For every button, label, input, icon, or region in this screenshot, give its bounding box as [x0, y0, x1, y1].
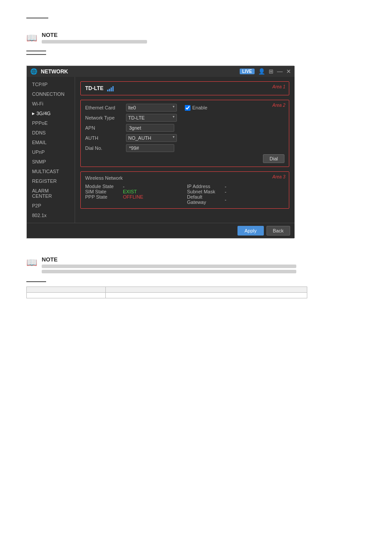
sidebar-item-snmp[interactable]: SNMP — [27, 157, 75, 167]
dial-button[interactable]: Dial — [263, 154, 284, 163]
apply-button[interactable]: Apply — [237, 226, 264, 236]
network-type-row: Network Type TD-LTE — [85, 114, 284, 122]
wireless-left: Module State - SIM State EXIST PPP State… — [85, 184, 183, 205]
rule-1 — [26, 51, 46, 51]
note-block-1: 📖 NOTE — [26, 32, 366, 45]
area1-content: TD-LTE — [85, 85, 284, 91]
sidebar-item-upnp[interactable]: UPnP — [27, 147, 75, 157]
ethernet-card-select-wrap[interactable]: lte0 — [126, 104, 177, 112]
sidebar-item-ddns[interactable]: DDNS — [27, 128, 75, 138]
back-button[interactable]: Back — [266, 226, 290, 236]
network-type-select[interactable]: TD-LTE — [126, 114, 177, 122]
bottom-table — [26, 287, 307, 298]
network-type-select-wrap[interactable]: TD-LTE — [126, 114, 177, 122]
topbar-close-icon[interactable]: ✕ — [286, 68, 291, 75]
dial-button-row: Dial — [85, 154, 284, 163]
network-globe-icon: 🌐 — [30, 68, 37, 75]
dial-no-row: Dial No. — [85, 144, 284, 152]
note-block-2: 📖 NOTE — [26, 256, 366, 275]
default-gateway-value: - — [225, 197, 227, 202]
table-header-2 — [106, 287, 307, 293]
wireless-grid: Module State - SIM State EXIST PPP State… — [85, 184, 284, 205]
area-3-label: Area 3 — [273, 174, 285, 179]
default-gateway-label: Default Gateway — [187, 194, 222, 205]
note-label-2: NOTE — [42, 256, 366, 263]
subnet-mask-row: Subnet Mask - — [187, 189, 284, 194]
subnet-mask-value: - — [225, 189, 227, 194]
bar-2 — [109, 89, 110, 91]
table-cell-1-2 — [106, 293, 307, 298]
default-gateway-row: Default Gateway - — [187, 194, 284, 205]
sim-state-value: EXIST — [123, 189, 137, 194]
topbar-grid-icon[interactable]: ⊞ — [269, 68, 273, 75]
note-line-2a — [42, 265, 296, 268]
signal-bars — [107, 85, 114, 91]
note-content-1: NOTE — [42, 32, 366, 45]
note-icon-1: 📖 — [26, 33, 37, 43]
topbar-minus-icon[interactable]: — — [277, 68, 283, 75]
enable-checkbox[interactable] — [185, 105, 191, 111]
td-lte-title: TD-LTE — [85, 85, 104, 91]
area-1-label: Area 1 — [273, 84, 285, 89]
network-body: TCP/IP CONNECTION Wi-Fi 3G/4G PPPoE DDNS… — [27, 77, 295, 223]
ethernet-card-select[interactable]: lte0 — [126, 104, 177, 112]
note-label-1: NOTE — [42, 32, 366, 38]
network-type-label: Network Type — [85, 115, 122, 120]
area-2: Area 2 Ethernet Card lte0 Enable — [80, 100, 289, 167]
apn-label: APN — [85, 125, 122, 131]
ip-address-label: IP Address — [187, 184, 222, 189]
sidebar-item-email[interactable]: EMAIL — [27, 138, 75, 147]
module-state-label: Module State — [85, 184, 120, 189]
sidebar-item-p2p[interactable]: P2P — [27, 201, 75, 210]
bar-3 — [111, 87, 112, 91]
bar-1 — [107, 90, 108, 91]
rule-2 — [26, 54, 46, 55]
network-topbar: 🌐 NETWORK LIVE 👤 ⊞ — ✕ — [27, 66, 295, 77]
auth-select-wrap[interactable]: NO_AUTH — [126, 134, 177, 142]
ethernet-card-label: Ethernet Card — [85, 105, 122, 110]
sidebar-item-wifi[interactable]: Wi-Fi — [27, 99, 75, 109]
area-3: Area 3 Wireless Network Module State - S… — [80, 171, 289, 209]
module-state-value: - — [123, 184, 125, 189]
sidebar-item-alarmcenter[interactable]: ALARM CENTER — [27, 186, 75, 201]
network-ui: 🌐 NETWORK LIVE 👤 ⊞ — ✕ TCP/IP CONNECTION… — [27, 66, 295, 238]
sidebar-item-connection[interactable]: CONNECTION — [27, 89, 75, 99]
wireless-network-title: Wireless Network — [85, 175, 284, 181]
network-bottombar: Apply Back — [27, 223, 295, 238]
dial-no-input[interactable] — [126, 144, 174, 152]
apn-row: APN — [85, 124, 284, 132]
ppp-state-value: OFFLINE — [123, 194, 143, 200]
sim-state-row: SIM State EXIST — [85, 189, 183, 194]
auth-row: AUTH NO_AUTH — [85, 134, 284, 142]
apn-input[interactable] — [126, 124, 174, 132]
ip-address-row: IP Address - — [187, 184, 284, 189]
note-content-2: NOTE — [42, 256, 366, 275]
network-ui-screenshot: 🌐 NETWORK LIVE 👤 ⊞ — ✕ TCP/IP CONNECTION… — [26, 65, 294, 239]
table-cell-1-1 — [27, 293, 106, 298]
sidebar-item-tcpip[interactable]: TCP/IP — [27, 80, 75, 89]
live-badge: LIVE — [240, 69, 255, 74]
top-decoration — [26, 18, 366, 18]
area-2-label: Area 2 — [273, 103, 285, 108]
table-header-1 — [27, 287, 106, 293]
topbar-user-icon[interactable]: 👤 — [258, 68, 265, 75]
enable-label: Enable — [192, 105, 207, 110]
enable-checkbox-row[interactable]: Enable — [185, 105, 207, 111]
auth-label: AUTH — [85, 135, 122, 141]
note-line-2b — [42, 270, 296, 273]
sidebar-item-pppoe[interactable]: PPPoE — [27, 118, 75, 128]
dial-no-label: Dial No. — [85, 145, 122, 151]
area-1: Area 1 TD-LTE — [80, 81, 289, 95]
auth-select[interactable]: NO_AUTH — [126, 134, 177, 142]
bar-4 — [112, 86, 114, 91]
sidebar-item-8021x[interactable]: 802.1x — [27, 210, 75, 220]
table-row-1 — [27, 293, 307, 298]
wireless-right: IP Address - Subnet Mask - Default Gatew… — [187, 184, 284, 205]
sidebar-item-multicast[interactable]: MULTICAST — [27, 167, 75, 176]
sidebar-item-register[interactable]: REGISTER — [27, 176, 75, 186]
subnet-mask-label: Subnet Mask — [187, 189, 222, 194]
network-content: Area 1 TD-LTE Area 2 — [75, 77, 295, 223]
network-sidebar: TCP/IP CONNECTION Wi-Fi 3G/4G PPPoE DDNS… — [27, 77, 75, 223]
note-icon-2: 📖 — [26, 257, 37, 268]
sidebar-item-3g4g[interactable]: 3G/4G — [27, 109, 75, 118]
